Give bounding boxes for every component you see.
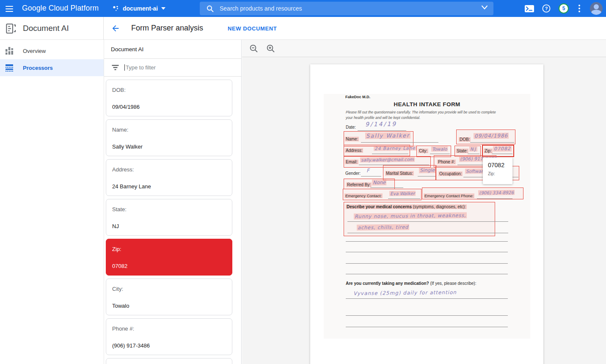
document-viewer: FakeDoc M.D. HEALTH INTAKE FORM Please f… (242, 40, 606, 364)
product-header: Document AI (0, 17, 104, 40)
search-icon (207, 5, 214, 12)
overview-icon (6, 47, 13, 55)
address-underline (372, 154, 408, 154)
field-value: NJ (112, 223, 119, 229)
field-card-zip-selected[interactable]: Zip: 07082 (106, 239, 232, 276)
address-label: Address: (345, 148, 363, 153)
medical-concerns-line2-handwriting: aches, chills, tired (357, 224, 409, 230)
form-intro-line1: Please fill out the questionnaire carefu… (346, 110, 496, 114)
zip-value-handwriting: 07082 (493, 146, 512, 152)
more-options-icon[interactable] (577, 3, 582, 14)
gender-label: Gender: (345, 171, 361, 176)
field-label: Phone #: (112, 325, 134, 332)
cloud-shell-icon[interactable] (525, 5, 534, 12)
medical-concerns-line1-handwriting: Runny nose, mucus in throat, weakness, (354, 212, 467, 220)
project-caret-icon (161, 7, 165, 10)
field-card-address[interactable]: Address: 24 Barney Lane (106, 159, 232, 196)
gcp-brand-logo[interactable]: Google Cloud Platform (22, 4, 99, 13)
gender-underline (361, 176, 381, 176)
sidebar-item-processors[interactable]: Processors (0, 59, 104, 76)
email-value-handwriting: sally.walker@cmail.com (360, 157, 415, 162)
sidebar-item-label: Processors (23, 65, 53, 71)
address-value-handwriting: 24 Barney Lane (374, 145, 416, 151)
search-expand-chevron-icon[interactable] (482, 6, 488, 9)
blank-line (346, 263, 508, 264)
referred-by-value-handwriting: None (372, 179, 386, 185)
back-arrow-button[interactable] (111, 24, 120, 33)
field-label: DOB: (112, 87, 126, 93)
field-card-state[interactable]: State: NJ (106, 199, 232, 236)
filter-input[interactable]: Type to filter (104, 59, 241, 77)
medication-question: Are you currently taking any medication? (346, 281, 429, 286)
search-bar[interactable]: Search products and resources (200, 2, 493, 15)
results-panel: Document AI Type to filter DOB: 09/04/19… (104, 40, 242, 364)
help-icon[interactable]: ? (542, 4, 551, 13)
medical-concerns-label: Describe your medical concerns (347, 204, 412, 209)
field-label: Address: (112, 166, 134, 173)
city-underline (430, 154, 450, 154)
notification-count: 5 (562, 6, 565, 11)
notifications-badge[interactable]: 5 (559, 3, 569, 14)
zoom-out-icon[interactable] (249, 44, 259, 53)
clinic-name: FakeDoc M.D. (345, 95, 370, 99)
field-card-dob[interactable]: DOB: 09/04/1986 (106, 80, 232, 116)
field-label: State: (112, 206, 127, 212)
viewer-toolbar (242, 40, 606, 57)
medical-concerns-label-rest: (symptoms, diagnoses, etc): (412, 204, 466, 209)
referred-by-label: Referred By: (346, 182, 372, 187)
svg-text:?: ? (545, 6, 548, 11)
field-value: 07082 (112, 263, 127, 269)
project-selector[interactable]: document-ai (112, 3, 165, 14)
field-value: 24 Barney Lane (112, 183, 151, 190)
product-title: Document AI (23, 24, 69, 33)
field-value: (906) 917-3486 (112, 342, 150, 349)
top-navigation-bar: Google Cloud Platform document-ai Search… (0, 0, 606, 17)
name-underline (361, 142, 438, 143)
tooltip-label: Zip: (488, 171, 495, 176)
zip-field-tooltip: 07082 Zip: (483, 157, 512, 184)
email-label: Email: (345, 160, 358, 164)
gender-value-handwriting: F (366, 168, 369, 174)
new-document-button[interactable]: NEW DOCUMENT (228, 25, 277, 32)
emergency-contact-underline (388, 199, 420, 199)
blank-line (346, 241, 508, 242)
date-value-handwriting: 9/14/19 (365, 121, 397, 128)
field-card-partial[interactable] (106, 358, 232, 364)
city-value-handwriting: Towalo (431, 146, 448, 152)
extracted-fields-list: DOB: 09/04/1986 Name: Sally Walker Addre… (104, 77, 241, 364)
sidebar-item-label: Overview (23, 48, 46, 54)
dob-underline (470, 142, 514, 143)
zoom-in-icon[interactable] (266, 44, 275, 53)
field-card-name[interactable]: Name: Sally Walker (106, 119, 232, 156)
filter-placeholder: Type to filter (126, 64, 156, 71)
emergency-contact-phone-value-handwriting: (906) 334-8926 (478, 190, 515, 196)
field-value: Sally Walker (112, 143, 143, 150)
field-card-phone[interactable]: Phone #: (906) 917-3486 (106, 318, 232, 355)
referred-by-underline (370, 188, 403, 188)
blank-line (346, 327, 508, 327)
emergency-contact-value-handwriting: Eva Walker (389, 191, 416, 196)
zip-label: Zip: (484, 149, 493, 153)
viewer-canvas[interactable]: FakeDoc M.D. HEALTH INTAKE FORM Please f… (242, 57, 606, 364)
hamburger-menu-icon[interactable] (4, 3, 14, 14)
blank-line (346, 315, 508, 316)
emergency-contact-label: Emergency Contact: (344, 193, 383, 198)
occupation-label: Occupation: (438, 171, 463, 176)
project-name: document-ai (123, 5, 158, 12)
city-label: City: (418, 149, 428, 153)
medication-answer-handwriting: Vyvanse (25mg) daily for attention (353, 290, 457, 297)
processors-icon (6, 64, 13, 72)
state-underline (468, 154, 479, 154)
text-cursor (124, 64, 125, 71)
field-card-city[interactable]: City: Towalo (106, 279, 232, 315)
sidebar-item-overview[interactable]: Overview (0, 42, 104, 59)
marital-status-label: Marital Status: (385, 171, 414, 176)
state-label: State: (456, 149, 468, 153)
account-avatar[interactable] (590, 2, 603, 15)
field-value: Towalo (112, 303, 129, 309)
tooltip-value: 07082 (488, 162, 504, 168)
medication-question-rest: (If yes, please describe): (429, 281, 477, 286)
filter-icon (112, 65, 119, 70)
emergency-contact-phone-label: Emergency Contact Phone: (424, 193, 474, 198)
marital-status-underline (418, 176, 435, 176)
